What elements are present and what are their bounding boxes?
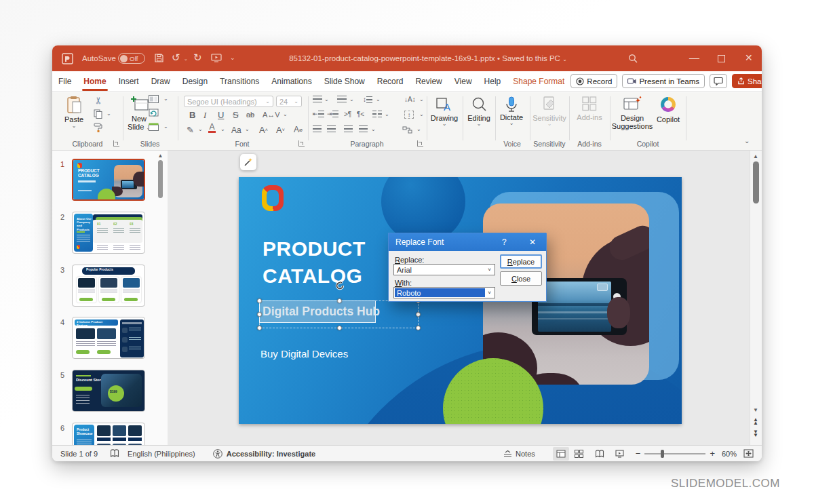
dialog-titlebar[interactable]: Replace Font ? ✕ (389, 233, 546, 251)
italic-button[interactable]: I (204, 110, 206, 121)
case-chevron-icon[interactable]: ⌄ (245, 128, 250, 132)
align-left-icon[interactable] (313, 125, 322, 132)
zoom-slider[interactable] (644, 453, 705, 454)
increase-indent-icon[interactable]: ⇥ (327, 111, 338, 117)
copy-chevron-icon[interactable]: ⌄ (106, 112, 111, 116)
selection-handle[interactable] (416, 326, 421, 330)
close-button[interactable]: ✕ (745, 52, 753, 63)
dictate-button[interactable]: Dictate ⌄ (497, 96, 526, 125)
design-suggestions-button[interactable]: Design Suggestions (608, 96, 657, 130)
text-direction-icon[interactable]: ↓A↕ (404, 96, 416, 103)
tab-view[interactable]: View (453, 71, 473, 91)
slide-thumbnail-4[interactable]: 2 Column Product Feature (72, 317, 145, 359)
redo-icon[interactable]: ↻ (193, 52, 202, 64)
tab-animations[interactable]: Animations (270, 71, 313, 91)
scrollbar-thumb[interactable] (753, 161, 759, 203)
with-font-combo[interactable]: Roboto ˅ (393, 287, 495, 298)
minimize-button[interactable]: — (689, 52, 699, 63)
align-center-icon[interactable] (327, 125, 336, 132)
start-slideshow-icon[interactable] (211, 53, 222, 63)
layout-chevron-icon[interactable]: ⌄ (163, 97, 168, 101)
previous-slide-button[interactable]: ▲▲ (753, 418, 758, 425)
slide-thumbnail-5[interactable]: Discount Store $199 (72, 370, 145, 412)
textdir-chevron-icon[interactable]: ⌄ (419, 98, 424, 102)
paste-button[interactable]: Paste ⌄ (59, 96, 89, 128)
selection-handle[interactable] (257, 326, 262, 330)
share-button[interactable]: Share ⌄ (732, 74, 762, 88)
font-launcher[interactable] (298, 140, 305, 147)
bold-button[interactable]: B (189, 110, 195, 120)
copilot-button[interactable]: Copilot (651, 96, 685, 123)
align-right-icon[interactable] (344, 125, 353, 132)
font-size-combo[interactable]: 24⌄ (276, 96, 302, 107)
maximize-button[interactable] (718, 55, 725, 62)
slide-thumbnail-3[interactable]: Popular Products (72, 265, 145, 307)
reading-view-button[interactable] (589, 450, 610, 458)
line-spacing-icon[interactable]: ↕ (363, 96, 372, 103)
selection-handle[interactable] (337, 298, 342, 303)
dialog-close-button[interactable]: Close (500, 271, 542, 286)
underline-button[interactable]: U (218, 110, 224, 120)
charspace-chevron-icon[interactable]: ⌄ (283, 113, 288, 117)
tab-file[interactable]: File (57, 71, 73, 91)
zoom-level[interactable]: 60% (722, 450, 737, 458)
autosave-toggle[interactable]: Off (118, 53, 145, 64)
section-chevron-icon[interactable]: ⌄ (163, 125, 168, 129)
saved-status[interactable]: Saved to this PC ⌄ (502, 54, 567, 62)
dialog-help-icon[interactable]: ? (502, 237, 507, 247)
bullets-icon[interactable] (313, 96, 322, 102)
accessibility-status[interactable]: Accessibility: Investigate (227, 450, 315, 458)
tab-draw[interactable]: Draw (150, 71, 172, 91)
highlight-chevron-icon[interactable]: ⌄ (198, 128, 203, 132)
clipboard-launcher[interactable] (113, 140, 119, 147)
slide-logo[interactable] (262, 185, 284, 211)
linespacing-chevron-icon[interactable]: ⌄ (376, 98, 381, 102)
zoom-out-button[interactable]: − (636, 448, 641, 459)
editing-button[interactable]: Editing ⌄ (464, 96, 494, 126)
notes-icon[interactable]: Notes (503, 450, 535, 458)
selection-handle[interactable] (337, 326, 342, 330)
grow-font-icon[interactable]: A˄ (259, 125, 268, 135)
combo-arrow-icon[interactable]: ˅ (485, 288, 494, 297)
scroll-down-icon[interactable]: ▼ (753, 407, 758, 413)
slide-caption[interactable]: Buy Digital Devices (260, 348, 348, 360)
justify-icon[interactable] (359, 125, 368, 132)
numbering-icon[interactable] (337, 96, 347, 102)
slideshow-view-button[interactable] (610, 450, 630, 458)
strike-ab-icon[interactable]: ab (246, 111, 254, 119)
combo-arrow-icon[interactable]: ˅ (485, 265, 494, 274)
fontcolor-chevron-icon[interactable]: ⌄ (220, 128, 225, 132)
tab-transitions[interactable]: Transitions (218, 71, 260, 91)
tab-help[interactable]: Help (483, 71, 503, 91)
zoom-slider-thumb[interactable] (661, 450, 664, 458)
normal-view-button[interactable] (553, 447, 569, 461)
qat-customize-icon[interactable]: ⌄ (230, 54, 235, 61)
slide-thumbnail-6[interactable]: Product Showcase (72, 423, 145, 445)
justify-chevron-icon[interactable]: ⌄ (371, 128, 376, 132)
slide-thumbnail-1[interactable]: PRODUCT CATALOG (72, 159, 145, 201)
tab-slide-show[interactable]: Slide Show (323, 71, 366, 91)
aligntext-chevron-icon[interactable]: ⌄ (419, 113, 424, 117)
replace-font-combo[interactable]: Arial ˅ (393, 264, 495, 275)
strikethrough-button[interactable]: S (233, 110, 239, 120)
highlight-icon[interactable]: ✎ (187, 125, 194, 135)
decrease-indent-icon[interactable]: ⇤ (313, 111, 324, 117)
record-button[interactable]: Record (570, 74, 617, 88)
slide-sorter-button[interactable] (569, 450, 589, 458)
zoom-in-button[interactable]: + (710, 448, 715, 459)
comments-button[interactable] (710, 74, 727, 88)
selection-handle[interactable] (257, 312, 262, 317)
bullets-chevron-icon[interactable]: ⌄ (324, 98, 329, 102)
format-painter-icon[interactable] (93, 123, 103, 133)
undo-chevron-icon[interactable]: ⌄ (184, 56, 188, 62)
character-spacing-icon[interactable]: A↔V (263, 111, 280, 119)
columns-chevron-icon[interactable]: ⌄ (385, 113, 389, 117)
design-ideas-button[interactable] (240, 154, 256, 170)
smartart-chevron-icon[interactable]: ⌄ (416, 128, 421, 132)
undo-icon[interactable]: ↺ (172, 52, 180, 64)
collapse-ribbon-icon[interactable]: ⌄ (744, 137, 750, 144)
slide-thumbnail-2[interactable]: About Our Company and Products 01 02 03 (72, 212, 145, 254)
thumbs-scrollbar[interactable] (158, 160, 163, 198)
font-color-icon[interactable]: A (208, 123, 216, 133)
sensitivity-button[interactable]: Sensitivity ⌄ (530, 96, 568, 126)
